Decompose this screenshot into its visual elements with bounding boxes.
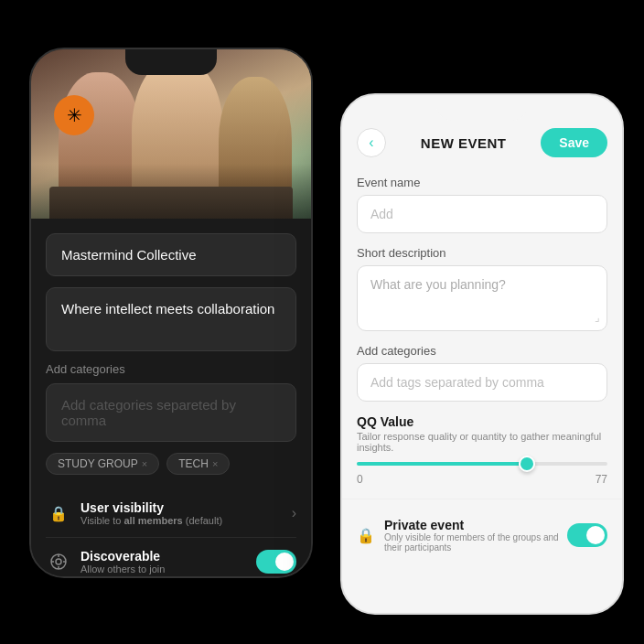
qq-slider-thumb[interactable]	[519, 456, 535, 472]
new-event-title: NEW EVENT	[386, 135, 541, 151]
right-phone-notch	[436, 95, 528, 121]
categories-label: Add categories	[46, 362, 296, 376]
user-visibility-text: User visibility Visible to all members (…	[80, 500, 292, 526]
discoverable-toggle[interactable]	[256, 550, 296, 574]
qq-slider-min: 0	[357, 473, 363, 486]
short-description-wrap: What are you planning? ⌟	[357, 265, 607, 331]
left-phone: ✳ Mastermind Collective Where intellect …	[29, 48, 313, 578]
discoverable-subtitle: Allow others to join	[80, 564, 256, 574]
add-categories-input-right[interactable]: Add tags separated by comma	[357, 363, 607, 402]
group-description-field[interactable]: Where intellect meets collaboration	[46, 287, 296, 351]
tag-study-group-remove[interactable]: ×	[142, 458, 147, 469]
qq-value-title: QQ Value	[357, 414, 607, 429]
qq-slider-fill	[357, 462, 527, 466]
qq-slider-labels: 0 77	[357, 473, 607, 486]
hero-overlay	[31, 164, 311, 219]
user-visibility-row[interactable]: 🔒 User visibility Visible to all members…	[46, 489, 296, 538]
private-event-title: Private event	[384, 518, 567, 532]
private-event-subtitle: Only visible for members of the groups a…	[384, 532, 567, 553]
left-phone-content: Mastermind Collective Where intellect me…	[31, 219, 311, 578]
private-event-row: 🔒 Private event Only visible for members…	[357, 507, 607, 564]
user-visibility-title: User visibility	[80, 500, 292, 515]
back-button[interactable]: ‹	[357, 128, 386, 157]
tag-tech-remove[interactable]: ×	[212, 458, 218, 469]
qq-slider-track[interactable]	[357, 462, 607, 466]
group-name-field[interactable]: Mastermind Collective	[46, 233, 296, 276]
user-visibility-subtitle: Visible to all members (default)	[80, 515, 292, 526]
tags-row: STUDY GROUP × TECH ×	[46, 453, 296, 475]
qq-value-subtitle: Tailor response quality or quantity to g…	[357, 431, 607, 453]
lock-icon: 🔒	[46, 500, 71, 526]
event-name-input[interactable]: Add	[357, 195, 607, 233]
qq-slider-max: 77	[596, 473, 607, 486]
tag-tech-label: TECH	[178, 457, 209, 470]
back-icon: ‹	[369, 134, 373, 151]
short-description-label: Short description	[357, 246, 607, 260]
private-event-toggle[interactable]	[567, 523, 607, 547]
svg-point-1	[56, 559, 61, 564]
save-button[interactable]: Save	[541, 128, 607, 157]
discoverable-text: Discoverable Allow others to join	[80, 549, 256, 574]
tag-study-group-label: STUDY GROUP	[58, 457, 138, 470]
tag-study-group[interactable]: STUDY GROUP ×	[46, 453, 159, 475]
left-phone-notch	[125, 49, 217, 75]
separator	[342, 499, 622, 499]
add-categories-label-right: Add categories	[357, 344, 607, 358]
qq-value-section: QQ Value Tailor response quality or quan…	[357, 414, 607, 486]
short-description-input[interactable]: What are you planning?	[357, 265, 607, 331]
discoverable-row: Discoverable Allow others to join	[46, 538, 296, 578]
user-visibility-chevron: ›	[292, 505, 296, 521]
categories-input[interactable]: Add categories separeted by comma	[46, 383, 296, 442]
star-badge: ✳	[54, 95, 94, 135]
right-phone-content: Event name Add Short description What ar…	[342, 168, 622, 571]
discoverable-icon	[46, 549, 71, 574]
private-lock-icon: 🔒	[357, 527, 375, 544]
discoverable-title: Discoverable	[80, 549, 256, 564]
phones-container: ✳ Mastermind Collective Where intellect …	[11, 20, 633, 624]
event-name-label: Event name	[357, 176, 607, 189]
tag-tech[interactable]: TECH ×	[166, 453, 230, 475]
right-phone: ‹ NEW EVENT Save Event name Add Short de…	[340, 93, 624, 615]
textarea-resize-icon: ⌟	[595, 311, 600, 324]
private-event-text: Private event Only visible for members o…	[384, 518, 567, 553]
